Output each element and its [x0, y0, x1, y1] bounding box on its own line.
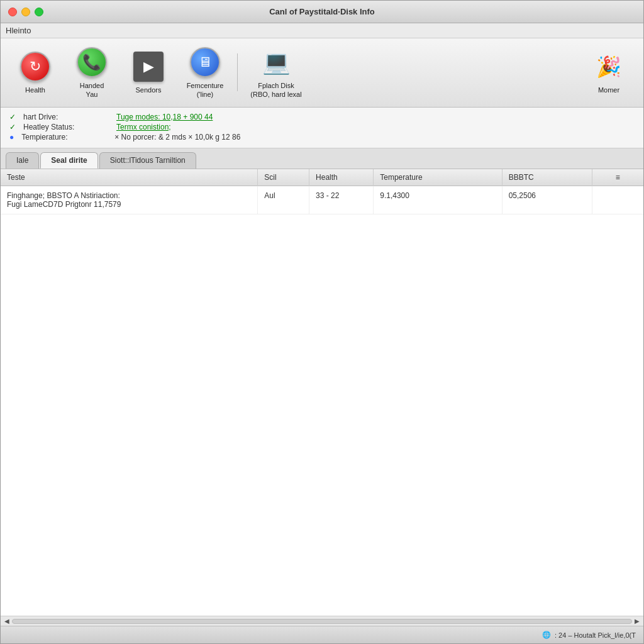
health-icon-container: ↻: [19, 50, 52, 83]
handed-yau-icon: 📞: [77, 47, 107, 77]
info-icon-1: ✓: [9, 123, 16, 131]
col-header-scil[interactable]: Scil: [258, 169, 309, 186]
statusbar: 🌐 : 24 – Houtalt Pick_l/ie,0(T: [1, 626, 643, 643]
femcenture-icon: 🖥: [190, 47, 220, 77]
info-row-1: ✓ Heatley Status: Termx conistion;: [9, 123, 635, 131]
info-icon-2: ●: [9, 133, 14, 142]
col-header-menu[interactable]: ≡: [592, 169, 643, 186]
toolbar-separator: [237, 53, 238, 91]
info-row-0: ✓ hart Drive: Tuge modes: 10,18 + 900 44: [9, 113, 635, 121]
fplach-disk-icon-container: 💻: [260, 46, 292, 79]
toolbar-handed-yau[interactable]: 📞 HandedYau: [64, 43, 120, 102]
toolbar: ↻ Health 📞 HandedYau ▶ Sendors 🖥 Femcent…: [1, 38, 643, 108]
info-value-1[interactable]: Termx conistion;: [116, 123, 171, 131]
table-body: Finghange; BBSTO A Nstiriaction: Fugi La…: [1, 186, 643, 214]
toolbar-sendors-label: Sendors: [136, 86, 162, 94]
toolbar-fplach-disk-label: Fplach Disk(RBO, hard lexal: [250, 81, 301, 99]
momer-icon: 🎉: [592, 52, 625, 82]
toolbar-momer[interactable]: 🎉 Momer: [580, 48, 637, 97]
close-button[interactable]: [8, 8, 17, 16]
info-section: ✓ hart Drive: Tuge modes: 10,18 + 900 44…: [1, 108, 643, 148]
toolbar-health-label: Health: [25, 86, 45, 94]
statusbar-text: : 24 – Houtalt Pick_l/ie,0(T: [555, 631, 636, 639]
cell-temperature-0: 9.1,4300: [374, 186, 502, 214]
info-value-2: × No porcer: & 2 mds × 10,0k g 12 86: [114, 133, 240, 142]
toolbar-health[interactable]: ↻ Health: [7, 48, 64, 97]
tab-seal-dirite-label: Seal dirite: [51, 156, 87, 165]
sendors-icon-container: ▶: [132, 50, 165, 83]
content-area: Teste Scil Health Temperature BBBTC: [1, 169, 643, 626]
info-label-0: hart Drive:: [23, 113, 111, 121]
toolbar-femcenture[interactable]: 🖥 Femcenture('line): [177, 43, 233, 102]
toolbar-sendors[interactable]: ▶ Sendors: [120, 48, 177, 97]
tab-iale[interactable]: Iale: [6, 152, 39, 169]
table-row: Finghange; BBSTO A Nstiriaction: Fugi La…: [1, 186, 643, 214]
info-label-1: Heatley Status:: [23, 123, 111, 131]
toolbar-momer-label: Momer: [598, 86, 619, 94]
main-table: Teste Scil Health Temperature BBBTC: [1, 169, 643, 214]
handed-yau-icon-container: 📞: [75, 46, 108, 79]
toolbar-femcenture-label: Femcenture('line): [187, 81, 224, 99]
momer-icon-container: 🎉: [592, 50, 625, 83]
menubar-label[interactable]: Hleinto: [6, 26, 31, 35]
horizontal-scrollbar[interactable]: ◀ ▶: [1, 616, 643, 626]
table-header: Teste Scil Health Temperature BBBTC: [1, 169, 643, 186]
cell-scil-0: Aul: [258, 186, 309, 214]
tab-siott-tidous[interactable]: Siott::lTidous Tarniltion: [99, 152, 196, 169]
cell-health-0: 33 - 22: [309, 186, 374, 214]
maximize-button[interactable]: [35, 8, 43, 16]
tab-seal-dirite[interactable]: Seal dirite: [40, 152, 97, 169]
col-header-health[interactable]: Health: [309, 169, 374, 186]
titlebar: Canl of Paystitald·Disk Info: [1, 1, 643, 23]
table-container[interactable]: Teste Scil Health Temperature BBBTC: [1, 169, 643, 616]
tab-iale-label: Iale: [16, 156, 28, 165]
toolbar-fplach-disk[interactable]: 💻 Fplach Disk(RBO, hard lexal: [242, 43, 311, 102]
tabs-bar: Iale Seal dirite Siott::lTidous Tarnilti…: [1, 148, 643, 169]
info-label-2: Tempierature:: [21, 133, 109, 142]
minimize-button[interactable]: [21, 8, 30, 16]
health-icon: ↻: [20, 52, 50, 82]
col-header-bbbtc[interactable]: BBBTC: [502, 169, 592, 186]
main-window: Canl of Paystitald·Disk Info Hleinto ↻ H…: [0, 0, 644, 644]
cell-menu-0: [592, 186, 643, 214]
info-value-0[interactable]: Tuge modes: 10,18 + 900 44: [116, 113, 213, 121]
scroll-right-arrow[interactable]: ▶: [635, 618, 640, 625]
fplach-disk-icon: 💻: [260, 47, 292, 77]
femcenture-icon-container: 🖥: [189, 46, 221, 79]
cell-bbbtc-0: 05,2506: [502, 186, 592, 214]
toolbar-handed-yau-label: HandedYau: [80, 81, 104, 99]
window-title: Canl of Paystitald·Disk Info: [269, 7, 375, 16]
menubar[interactable]: Hleinto: [1, 23, 643, 38]
tab-siott-tidous-label: Siott::lTidous Tarniltion: [110, 156, 186, 165]
window-controls: [8, 8, 43, 16]
scroll-left-arrow[interactable]: ◀: [4, 618, 9, 625]
col-header-teste[interactable]: Teste: [1, 169, 258, 186]
statusbar-icon: 🌐: [542, 631, 551, 639]
cell-teste-0: Finghange; BBSTO A Nstiriaction: Fugi La…: [1, 186, 258, 214]
col-header-temperature[interactable]: Temperature: [374, 169, 502, 186]
info-row-2: ● Tempierature: × No porcer: & 2 mds × 1…: [9, 133, 635, 142]
info-icon-0: ✓: [9, 113, 16, 121]
sendors-icon: ▶: [133, 52, 164, 82]
